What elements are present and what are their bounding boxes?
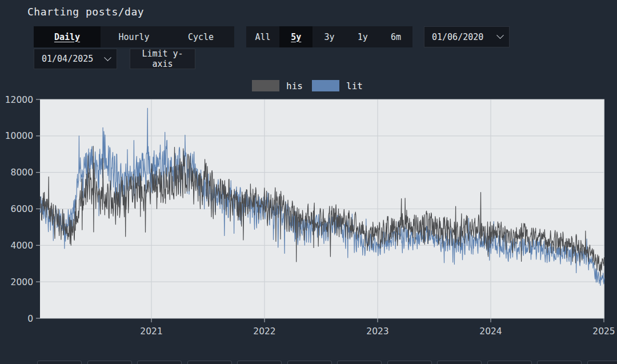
svg-text:12000: 12000 (5, 95, 33, 105)
svg-text:4000: 4000 (11, 241, 33, 251)
bottom-toolbar-button[interactable] (537, 361, 582, 364)
svg-text:2000: 2000 (11, 277, 33, 287)
svg-text:2022: 2022 (253, 326, 275, 337)
posts-per-day-chart[interactable]: 0200040006000800010000120002021202220232… (0, 0, 617, 364)
svg-text:2024: 2024 (479, 326, 502, 337)
bottom-toolbar-button[interactable] (137, 361, 182, 364)
bottom-toolbar-button[interactable] (87, 361, 132, 364)
app-root: Charting posts/day Daily Hourly Cycle Al… (0, 0, 617, 364)
svg-text:0: 0 (27, 314, 33, 324)
bottom-toolbar-button[interactable] (287, 361, 332, 364)
svg-text:2025: 2025 (592, 326, 615, 337)
bottom-toolbar-button[interactable] (37, 361, 82, 364)
bottom-toolbar-button[interactable] (187, 361, 232, 364)
bottom-toolbar-button[interactable] (487, 361, 532, 364)
svg-text:6000: 6000 (11, 204, 33, 214)
svg-text:10000: 10000 (5, 131, 33, 141)
bottom-toolbar-button[interactable] (437, 361, 482, 364)
svg-text:8000: 8000 (11, 167, 33, 178)
bottom-toolbar-button[interactable] (237, 361, 282, 364)
svg-text:2021: 2021 (140, 326, 162, 337)
bottom-toolbar-button[interactable] (337, 361, 382, 364)
bottom-toolbar-button[interactable] (387, 361, 432, 364)
bottom-toolbar-button[interactable] (587, 361, 617, 364)
svg-text:2023: 2023 (366, 326, 388, 337)
